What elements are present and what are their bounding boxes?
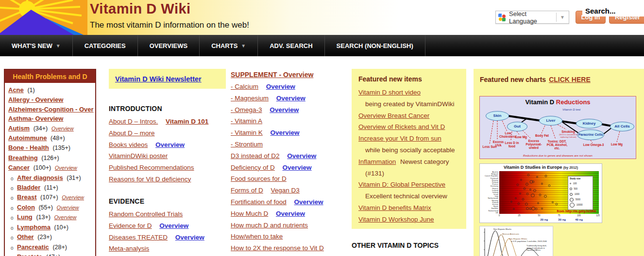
sidebar-overview-link[interactable]: Overview (54, 214, 77, 220)
chart1-label: Toxins: DDT, PCB, Alcohol, etc. (545, 140, 569, 150)
sidebar-link[interactable]: Bone - Health (8, 144, 49, 151)
featured-note: Excellent technical overview (365, 192, 447, 200)
content-link[interactable]: Random Controlled Trials (109, 210, 183, 218)
overview-link[interactable]: Overview (155, 141, 185, 148)
link-row: Diseases TREATED Overview (109, 232, 204, 243)
click-here-link[interactable]: CLICK HERE (549, 76, 591, 83)
link-row: How much D and nutrients (231, 220, 324, 231)
vitamin-d-reductions-chart[interactable]: Vitamin D Reductions Vitamin D test Skin… (479, 96, 636, 159)
nav-menu-item[interactable]: SEARCH (NON-ENGLISH) (325, 35, 425, 56)
sidebar-link[interactable]: Breathing (8, 154, 38, 161)
sidebar-list-item: Lung (13+) Overview (8, 212, 95, 222)
sidebar-overview-link[interactable]: Overview (51, 126, 74, 131)
language-select[interactable]: Select Language ▼ (495, 11, 569, 24)
circle-icon (570, 203, 575, 208)
content-link[interactable]: - Strontium (231, 141, 263, 148)
content-link[interactable]: Forms of D (231, 187, 263, 194)
nav-menu-item[interactable]: OVERVIEWS (138, 35, 200, 56)
overview-link[interactable]: Overview (287, 152, 316, 160)
content-link[interactable]: - Omega-3 (231, 106, 262, 113)
overview-link[interactable]: Overview (283, 164, 312, 171)
sidebar-link[interactable]: Acne (8, 86, 24, 94)
featured-item-row: Overview Breast Cancer (358, 110, 466, 122)
content-link[interactable]: Evidence for D (109, 222, 152, 229)
content-link[interactable]: Books videos (109, 141, 148, 148)
sidebar-link[interactable]: Alzheimers-Cognition - Over (8, 106, 94, 113)
chart1-caption: Reductions due to genes and diseases are… (480, 154, 636, 157)
overview-link[interactable]: Overview (159, 222, 188, 229)
overview-link[interactable]: Vegan D3 (271, 187, 300, 194)
sidebar-link[interactable]: Colon (17, 204, 35, 211)
item-count: (1) (27, 87, 34, 94)
sidebar-link[interactable]: Pancreatic (17, 243, 49, 251)
sidebar-list-item: Autism (34+) Overview (8, 124, 95, 133)
nav-menu-item[interactable]: CATEGORIES (73, 35, 138, 56)
sidebar-overview-link[interactable]: Overview (55, 165, 77, 171)
content-link[interactable]: About D – more (109, 129, 155, 137)
sidebar-link[interactable]: Autoimmune (8, 134, 47, 142)
search-input[interactable] (582, 5, 644, 16)
site-tagline: The most vitamin D information on the we… (90, 20, 249, 30)
content-link[interactable]: Fortification of food (231, 198, 287, 206)
link-row: How/when to take (231, 231, 324, 242)
overview-link[interactable]: Overview (294, 198, 323, 206)
content-link[interactable]: - Vitamin A (231, 117, 262, 125)
europe-studies-chart[interactable]: Vitamin D Studies in Europe (by 2012) Au… (479, 163, 602, 223)
content-link[interactable]: - Magnesium (231, 95, 269, 102)
overview-link[interactable]: Overview (266, 83, 295, 90)
featured-item-row: Vitamin D Workshop June (358, 214, 466, 225)
featured-link[interactable]: Vitamin D Workshop June (358, 216, 434, 223)
overview-link[interactable]: Overview (276, 210, 305, 217)
sidebar-link[interactable]: Autism (8, 125, 30, 132)
population-distribution-chart[interactable]: Non-Hispanic Blacks Mexican Americans No… (479, 226, 553, 256)
sidebar-overview-link[interactable]: Overview (62, 194, 84, 200)
chevron-down-icon: ▼ (560, 15, 565, 20)
content-link[interactable]: How much D and nutrients (231, 222, 308, 229)
sidebar-link[interactable]: After diagnosis (17, 174, 63, 181)
featured-link[interactable]: Vitamin D benefits Matrix (358, 204, 431, 211)
content-link[interactable]: About D – Intros. (109, 118, 158, 125)
content-link[interactable]: How to 2X the response to Vit D (231, 244, 324, 252)
sidebar-link[interactable]: Prostate (17, 253, 42, 256)
content-link[interactable]: - Calcium (231, 83, 258, 90)
content-link[interactable]: Diseases TREATED (109, 234, 168, 241)
content-link[interactable]: Reasons for Vit D deficiency (109, 176, 191, 183)
sidebar-overview-link[interactable]: Overview (57, 205, 79, 210)
content-link[interactable]: - Vitamin K (231, 129, 263, 136)
featured-link[interactable]: Vitamin D short video (358, 89, 421, 96)
chart1-node: Gut (507, 122, 527, 131)
overview-link[interactable]: Overview (270, 106, 299, 113)
overview-link[interactable]: Overview (271, 129, 300, 136)
featured-link[interactable]: Vitamin D: Global Perspective (358, 181, 445, 188)
sidebar-link[interactable]: Bladder (17, 184, 40, 191)
overview-link[interactable]: Overview (276, 95, 305, 102)
sidebar-link[interactable]: Allergy - Overview (8, 96, 63, 103)
sidebar-link[interactable]: Breast (17, 193, 36, 201)
content-link[interactable]: Deficiency of D (231, 164, 275, 171)
content-link[interactable]: Food sources for D (231, 175, 287, 182)
nav-menu-item[interactable]: CHARTS ▼ (200, 35, 258, 56)
sidebar-link[interactable]: Lung (17, 213, 33, 221)
sidebar-link[interactable]: Cancer (8, 164, 30, 171)
content-link[interactable]: D3 instead of D2 (231, 152, 280, 160)
featured-link[interactable]: Inflammation (358, 158, 396, 165)
content-link[interactable]: Published Recommendations (109, 164, 194, 171)
newsletter-link[interactable]: Vitamin D Wiki Newsletter (115, 75, 202, 83)
featured-link[interactable]: Overview Breast Cancer (358, 112, 429, 119)
nav-menu-item[interactable]: ADV. SEARCH (258, 35, 324, 56)
overview-link[interactable]: Vitamin D 101 (166, 118, 208, 125)
content-link[interactable]: VitaminDWiki poster (109, 152, 168, 160)
sidebar-list-item: Cancer (100+) Overview (8, 163, 95, 173)
overview-link[interactable]: Overview (175, 234, 204, 241)
content-link[interactable]: How/when to take (231, 233, 283, 240)
sidebar-link[interactable]: Asthma- Overview (8, 115, 63, 122)
featured-link[interactable]: Overview of Rickets and Vit D (358, 123, 445, 130)
supplement-heading-link[interactable]: SUPPLEMENT - Overview (231, 71, 313, 79)
featured-link[interactable]: Increase your Vit D from sun (358, 135, 441, 142)
sidebar-link[interactable]: Other (17, 233, 34, 240)
sidebar-link[interactable]: Lymphoma (17, 224, 51, 231)
content-link[interactable]: Meta-analysis (109, 245, 149, 252)
nav-menu-item[interactable]: WHAT'S NEW ▼ (0, 35, 73, 56)
site-logo-icon[interactable] (0, 0, 87, 35)
content-link[interactable]: How Much D (231, 210, 268, 217)
